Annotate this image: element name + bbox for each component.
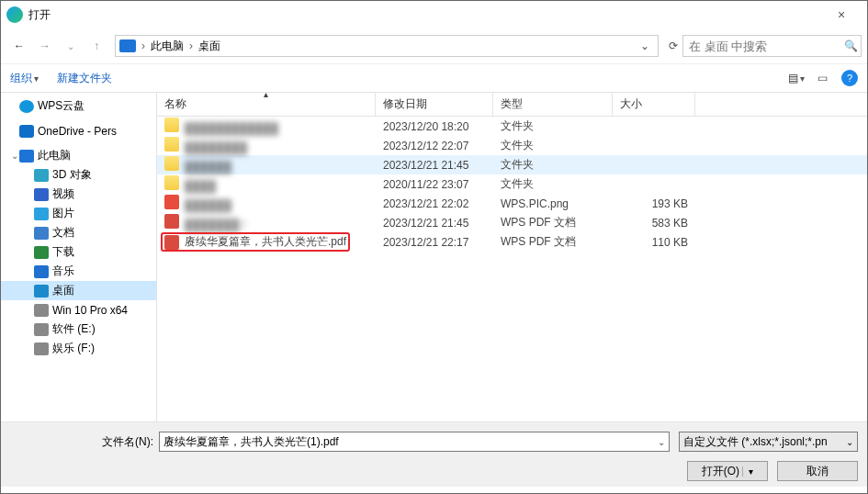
- file-size: [613, 174, 695, 194]
- sidebar-item-ent[interactable]: 娱乐 (F:): [1, 339, 156, 358]
- file-row[interactable]: ███████ f2023/12/21 21:45WPS PDF 文档583 K…: [157, 213, 867, 232]
- file-type: WPS PDF 文档: [493, 213, 613, 232]
- file-rows[interactable]: ████████████2023/12/20 18:20文件夹████████2…: [157, 117, 867, 421]
- folder-icon: [164, 156, 179, 171]
- sidebar-item-music[interactable]: 音乐: [1, 262, 156, 281]
- file-type: WPS.PIC.png: [493, 194, 613, 213]
- filetype-combo[interactable]: 自定义文件 (*.xlsx;*.jsonl;*.pn ⌄: [679, 432, 858, 452]
- sidebar-item-desktop[interactable]: 桌面: [1, 281, 156, 300]
- file-date: 2020/11/22 23:07: [376, 174, 493, 194]
- file-type: 文件夹: [493, 136, 613, 155]
- file-date: 2023/12/21 22:02: [376, 194, 493, 213]
- file-size: 193 KB: [613, 194, 695, 213]
- edge-icon: [6, 6, 23, 23]
- sidebar-item-pictures[interactable]: 图片: [1, 204, 156, 223]
- search-box[interactable]: 🔍: [682, 35, 862, 57]
- sidebar-item-documents[interactable]: 文档: [1, 223, 156, 242]
- toolbar: 组织▾ 新建文件夹 ▤▾ ▭ ?: [1, 63, 867, 93]
- preview-pane-button[interactable]: ▭: [812, 70, 832, 86]
- file-name: ███████ f: [185, 219, 245, 231]
- folder-icon: [164, 137, 179, 152]
- organize-button[interactable]: 组织▾: [10, 71, 39, 86]
- file-name: 赓续华夏篇章，共书人类光芒.pdf: [185, 234, 346, 250]
- filename-input[interactable]: [163, 435, 654, 448]
- col-size[interactable]: 大小: [613, 93, 695, 116]
- file-list: ▴名称 修改日期 类型 大小 ████████████2023/12/20 18…: [157, 93, 867, 421]
- file-type: 文件夹: [493, 117, 613, 136]
- cancel-button[interactable]: 取消: [777, 461, 858, 481]
- file-name: ██████: [185, 199, 231, 212]
- sidebar-item-videos[interactable]: 视频: [1, 185, 156, 204]
- recent-dropdown[interactable]: ⌄: [58, 36, 84, 56]
- filename-label: 文件名(N):: [102, 434, 153, 450]
- file-date: 2023/12/20 18:20: [376, 117, 493, 136]
- filename-combo[interactable]: ⌄: [159, 432, 670, 452]
- file-name: ██████: [185, 161, 231, 174]
- chevron-icon[interactable]: ›: [187, 39, 195, 52]
- forward-button[interactable]: →: [32, 36, 58, 56]
- up-button[interactable]: ↑: [84, 36, 109, 56]
- title-bar: 打开 ×: [1, 1, 867, 28]
- file-date: 2023/12/21 21:45: [376, 155, 493, 174]
- folder-icon: [164, 175, 179, 190]
- bottom-panel: 文件名(N): ⌄ 自定义文件 (*.xlsx;*.jsonl;*.pn ⌄ 打…: [1, 421, 867, 487]
- file-size: 583 KB: [613, 213, 695, 232]
- folder-icon: [164, 118, 179, 132]
- sidebar-item-soft[interactable]: 软件 (E:): [1, 320, 156, 339]
- close-button[interactable]: ×: [823, 7, 860, 22]
- content-area: WPS云盘 OneDrive - Pers ⌄此电脑 3D 对象 视频 图片 文…: [1, 93, 867, 421]
- chevron-down-icon[interactable]: ⌄: [846, 437, 853, 447]
- file-row[interactable]: ██████2023/12/21 21:45文件夹: [157, 155, 867, 174]
- search-input[interactable]: [689, 39, 844, 53]
- file-size: [613, 117, 695, 136]
- refresh-button[interactable]: ⟳: [664, 39, 682, 52]
- file-type: 文件夹: [493, 155, 613, 174]
- file-name: ████████: [185, 141, 247, 154]
- file-date: 2023/12/21 22:17: [376, 232, 493, 252]
- sidebar-item-3dobjects[interactable]: 3D 对象: [1, 165, 156, 185]
- file-row[interactable]: 赓续华夏篇章，共书人类光芒.pdf2023/12/21 22:17WPS PDF…: [157, 232, 867, 252]
- address-dropdown[interactable]: ⌄: [636, 39, 654, 52]
- file-size: [613, 155, 695, 174]
- view-mode-button[interactable]: ▤▾: [786, 70, 806, 86]
- file-name: ████: [185, 180, 216, 193]
- file-type: WPS PDF 文档: [493, 232, 613, 252]
- navigation-tree[interactable]: WPS云盘 OneDrive - Pers ⌄此电脑 3D 对象 视频 图片 文…: [1, 93, 157, 421]
- thispc-icon: [119, 39, 136, 52]
- window-title: 打开: [28, 7, 823, 23]
- png-icon: [164, 195, 179, 209]
- open-button[interactable]: 打开(O) ▾: [687, 461, 768, 481]
- col-date[interactable]: 修改日期: [376, 93, 493, 116]
- column-headers: ▴名称 修改日期 类型 大小: [157, 93, 867, 117]
- file-row[interactable]: ████████████2023/12/20 18:20文件夹: [157, 117, 867, 136]
- search-icon[interactable]: 🔍: [844, 39, 858, 52]
- chevron-down-icon[interactable]: ⌄: [654, 437, 665, 447]
- sidebar-item-thispc[interactable]: ⌄此电脑: [1, 146, 156, 165]
- sidebar-item-wps[interactable]: WPS云盘: [1, 96, 156, 116]
- chevron-icon[interactable]: ›: [140, 39, 147, 52]
- sidebar-item-win10[interactable]: Win 10 Pro x64: [1, 300, 156, 320]
- pdf-icon: [164, 214, 179, 229]
- sidebar-item-downloads[interactable]: 下载: [1, 242, 156, 262]
- address-bar-row: ← → ⌄ ↑ › 此电脑 › 桌面 ⌄ ⟳ 🔍: [1, 34, 867, 58]
- breadcrumb-thispc[interactable]: 此电脑: [147, 39, 187, 54]
- breadcrumb-desktop[interactable]: 桌面: [195, 39, 224, 54]
- file-date: 2023/12/21 21:45: [376, 213, 493, 232]
- back-button[interactable]: ←: [6, 36, 32, 56]
- col-name[interactable]: ▴名称: [157, 93, 376, 116]
- file-row[interactable]: ████2020/11/22 23:07文件夹: [157, 174, 867, 194]
- col-type[interactable]: 类型: [493, 93, 613, 116]
- new-folder-button[interactable]: 新建文件夹: [57, 71, 112, 86]
- file-row[interactable]: ████████2023/12/12 22:07文件夹: [157, 136, 867, 155]
- pdf-icon: [164, 235, 179, 250]
- help-icon[interactable]: ?: [841, 70, 858, 86]
- sidebar-item-onedrive[interactable]: OneDrive - Pers: [1, 121, 156, 140]
- address-bar[interactable]: › 此电脑 › 桌面 ⌄: [115, 35, 659, 57]
- filetype-label: 自定义文件 (*.xlsx;*.jsonl;*.pn: [683, 434, 828, 450]
- file-row[interactable]: ██████2023/12/21 22:02WPS.PIC.png193 KB: [157, 194, 867, 213]
- file-name: ████████████: [185, 122, 278, 135]
- file-type: 文件夹: [493, 174, 613, 194]
- split-chevron-icon: ▾: [742, 466, 753, 477]
- file-date: 2023/12/12 22:07: [376, 136, 493, 155]
- file-size: 110 KB: [613, 232, 695, 252]
